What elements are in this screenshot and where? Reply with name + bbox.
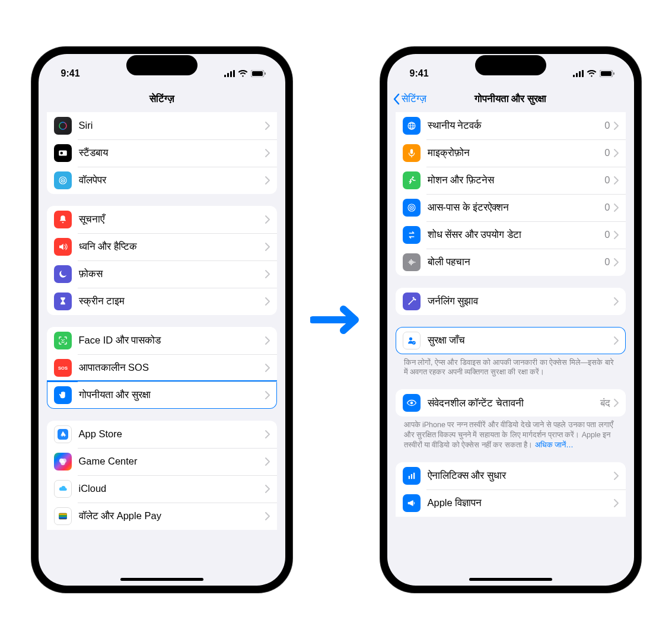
settings-row[interactable]: स्टैंडबाय	[47, 139, 277, 167]
notch	[126, 55, 198, 75]
chevron-right-icon	[265, 485, 270, 493]
svg-rect-23	[59, 517, 67, 518]
svg-point-37	[410, 206, 412, 208]
svg-point-41	[410, 402, 413, 405]
wallet-icon	[54, 507, 72, 525]
settings-row[interactable]: शोध सेंसर और उपयोग डेटा0	[396, 221, 626, 249]
settings-row[interactable]: ध्वनि और हैप्टिक	[47, 233, 277, 260]
chevron-right-icon	[614, 336, 619, 345]
settings-row[interactable]: सुरक्षा जाँच	[396, 327, 626, 354]
settings-row[interactable]: स्क्रीन टाइम	[47, 288, 277, 315]
faceid-icon	[54, 332, 72, 349]
settings-row[interactable]: सूचनाएँ	[47, 206, 277, 233]
svg-rect-33	[410, 149, 413, 154]
chevron-right-icon	[265, 122, 270, 130]
gamecenter-icon	[54, 453, 72, 470]
settings-row[interactable]: iCloud	[47, 475, 277, 503]
learn-more-link[interactable]: अधिक जानें…	[535, 441, 574, 449]
settings-row[interactable]: SOSआपातकालीन SOS	[47, 354, 277, 382]
chevron-right-icon	[614, 297, 619, 306]
standby-icon	[54, 144, 72, 162]
svg-point-12	[62, 179, 63, 180]
settings-group: App StoreGame CenteriCloudवॉलेट और Apple…	[47, 421, 277, 530]
nav-bar: सेटिंग्ज़ गोपनीयता और सुरक्षा	[387, 86, 634, 112]
status-time: 9:41	[61, 68, 80, 79]
chevron-left-icon	[392, 93, 400, 105]
nav-bar: सेटिंग्ज़	[39, 86, 285, 112]
settings-row[interactable]: वॉलेट और Apple Pay	[47, 503, 277, 530]
svg-point-38	[408, 303, 409, 304]
row-label: सूचनाएँ	[79, 214, 265, 225]
settings-group: Face ID और पासकोडSOSआपातकालीन SOSगोपनीयत…	[47, 327, 277, 409]
siri-icon	[54, 117, 72, 135]
chevron-right-icon	[265, 215, 270, 224]
privacy-list[interactable]: स्थानीय नेटवर्क0माइक्रोफ़ोन0मोशन और फ़िट…	[387, 112, 634, 586]
wand-icon	[403, 293, 421, 310]
settings-group: स्थानीय नेटवर्क0माइक्रोफ़ोन0मोशन और फ़िट…	[396, 112, 626, 276]
status-time: 9:41	[410, 68, 429, 79]
settings-row[interactable]: वॉलपेपर	[47, 167, 277, 194]
settings-list[interactable]: Siriस्टैंडबायवॉलपेपरसूचनाएँध्वनि और हैप्…	[39, 112, 285, 586]
settings-row[interactable]: Face ID और पासकोड	[47, 327, 277, 354]
settings-row[interactable]: Siri	[47, 112, 277, 139]
row-label: मोशन और फ़िटनेस	[428, 174, 605, 186]
page-title: गोपनीयता और सुरक्षा	[474, 93, 546, 105]
svg-rect-2	[230, 71, 232, 77]
chevron-right-icon	[265, 391, 270, 399]
moon-icon	[54, 265, 72, 283]
row-label: ऐनालिटिक्स और सुधार	[428, 470, 614, 481]
settings-row[interactable]: मोशन और फ़िटनेस0	[396, 167, 626, 194]
battery-icon	[600, 70, 615, 77]
chevron-right-icon	[614, 399, 619, 407]
settings-group: सुरक्षा जाँच	[396, 327, 626, 354]
row-label: आपातकालीन SOS	[79, 362, 265, 373]
settings-row[interactable]: Apple विज्ञापन	[396, 489, 626, 517]
speaker-icon	[54, 238, 72, 256]
svg-rect-29	[601, 71, 612, 76]
chevron-right-icon	[614, 231, 619, 239]
row-value: 0	[604, 229, 610, 240]
row-label: वॉलेट और Apple Pay	[79, 510, 265, 522]
personcheck-icon	[403, 332, 421, 349]
hand-icon	[54, 386, 72, 404]
settings-row[interactable]: माइक्रोफ़ोन0	[396, 139, 626, 167]
row-label: माइक्रोफ़ोन	[428, 147, 605, 158]
arrow-icon	[310, 304, 362, 335]
svg-point-7	[59, 122, 66, 129]
settings-row[interactable]: आस-पास के इंटरऐक्शन0	[396, 194, 626, 221]
settings-row[interactable]: App Store	[47, 421, 277, 448]
row-label: गोपनीयता और सुरक्षा	[79, 389, 265, 400]
home-indicator[interactable]	[120, 578, 203, 581]
battery-icon	[251, 70, 266, 77]
target-icon	[403, 199, 421, 217]
row-label: सुरक्षा जाँच	[428, 335, 614, 346]
svg-rect-27	[582, 70, 584, 77]
group-footer: आपके iPhone पर नग्न तस्वीरें और वीडियो द…	[396, 417, 626, 450]
svg-point-9	[60, 151, 63, 154]
chevron-right-icon	[614, 258, 619, 266]
row-label: ध्वनि और हैप्टिक	[79, 241, 265, 252]
bell-icon	[54, 211, 72, 228]
icloud-icon	[54, 480, 72, 498]
settings-group: सूचनाएँध्वनि और हैप्टिकफ़ोकसस्क्रीन टाइम	[47, 206, 277, 315]
settings-row[interactable]: ऐनालिटिक्स और सुधार	[396, 462, 626, 489]
appstore-icon	[54, 425, 72, 443]
row-label: संवेदनशील कॉन्टेंट चेतावनी	[428, 398, 600, 409]
home-indicator[interactable]	[469, 578, 552, 581]
row-value: 0	[604, 120, 610, 131]
chevron-right-icon	[265, 512, 270, 520]
svg-rect-5	[252, 71, 263, 76]
settings-row[interactable]: स्थानीय नेटवर्क0	[396, 112, 626, 139]
settings-row[interactable]: जर्नलिंग सुझाव	[396, 288, 626, 315]
svg-rect-22	[59, 515, 67, 516]
back-button[interactable]: सेटिंग्ज़	[392, 93, 426, 105]
settings-row[interactable]: बोली पहचान0	[396, 249, 626, 276]
screen-right: 9:41 सेटिंग्ज़ गोपनीयता और सुरक्षा स्थान…	[387, 54, 634, 586]
svg-point-14	[63, 339, 65, 340]
group-footer: किन लोगों, ऐप्स और डिवाइस को आपकी जानकार…	[396, 354, 626, 378]
row-label: Game Center	[79, 456, 265, 467]
settings-row[interactable]: Game Center	[47, 448, 277, 475]
settings-row[interactable]: गोपनीयता और सुरक्षा	[47, 382, 277, 409]
settings-row[interactable]: संवेदनशील कॉन्टेंट चेतावनीबंद	[396, 389, 626, 417]
settings-row[interactable]: फ़ोकस	[47, 260, 277, 288]
